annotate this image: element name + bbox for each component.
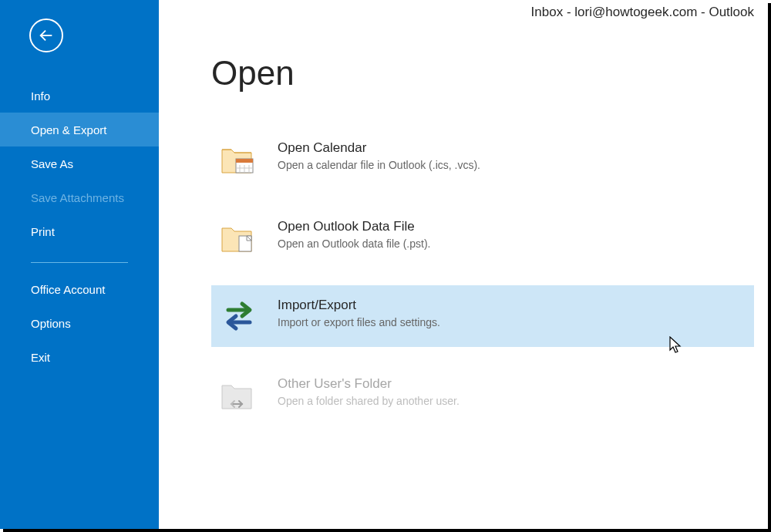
sidebar-item-label: Save As (31, 157, 73, 170)
calendar-folder-icon (221, 140, 258, 177)
option-other-users-folder: Other User's Folder Open a folder shared… (211, 364, 754, 426)
open-options-list: Open Calendar Open a calendar file in Ou… (159, 128, 768, 426)
sidebar-item-label: Office Account (31, 283, 105, 296)
option-title: Other User's Folder (278, 376, 460, 392)
back-arrow-icon (38, 27, 55, 44)
back-button[interactable] (29, 19, 63, 52)
sidebar-item-open-export[interactable]: Open & Export (0, 113, 159, 146)
import-export-icon (221, 298, 258, 335)
folder-file-icon (221, 219, 258, 256)
backstage-content: Inbox - lori@howtogeek.com - Outlook Ope… (159, 0, 768, 529)
sidebar-item-info[interactable]: Info (0, 79, 159, 113)
sidebar-item-exit[interactable]: Exit (0, 340, 159, 374)
option-import-export[interactable]: Import/Export Import or export files and… (211, 285, 754, 347)
option-title: Open Calendar (278, 140, 480, 156)
sidebar-item-label: Options (31, 317, 71, 330)
sidebar-item-office-account[interactable]: Office Account (0, 272, 159, 306)
backstage-sidebar: Info Open & Export Save As Save Attachme… (0, 0, 159, 529)
option-text: Open Calendar Open a calendar file in Ou… (278, 140, 480, 171)
sidebar-item-save-as[interactable]: Save As (0, 146, 159, 180)
option-desc: Open a folder shared by another user. (278, 395, 460, 407)
svg-rect-2 (236, 159, 253, 163)
sidebar-item-label: Exit (31, 351, 50, 364)
sidebar-divider (31, 262, 128, 263)
option-open-data-file[interactable]: Open Outlook Data File Open an Outlook d… (211, 207, 754, 268)
page-title: Open (211, 54, 768, 93)
option-desc: Open an Outlook data file (.pst). (278, 237, 430, 250)
sidebar-item-options[interactable]: Options (0, 306, 159, 340)
sidebar-item-label: Print (31, 225, 55, 238)
sidebar-item-label: Info (31, 89, 50, 103)
sidebar-item-label: Save Attachments (31, 191, 124, 204)
sidebar-item-print[interactable]: Print (0, 214, 159, 248)
sidebar-item-label: Open & Export (31, 123, 106, 136)
option-text: Import/Export Import or export files and… (278, 298, 440, 328)
option-text: Open Outlook Data File Open an Outlook d… (278, 219, 430, 250)
option-desc: Open a calendar file in Outlook (.ics, .… (278, 159, 480, 171)
option-desc: Import or export files and settings. (278, 316, 440, 328)
shared-folder-icon (221, 376, 258, 413)
option-text: Other User's Folder Open a folder shared… (278, 376, 460, 407)
option-open-calendar[interactable]: Open Calendar Open a calendar file in Ou… (211, 128, 754, 190)
option-title: Open Outlook Data File (278, 219, 430, 234)
window-title: Inbox - lori@howtogeek.com - Outlook (531, 5, 754, 20)
option-title: Import/Export (278, 298, 440, 313)
sidebar-item-save-attachments: Save Attachments (0, 180, 159, 214)
outlook-backstage: Info Open & Export Save As Save Attachme… (0, 0, 768, 529)
